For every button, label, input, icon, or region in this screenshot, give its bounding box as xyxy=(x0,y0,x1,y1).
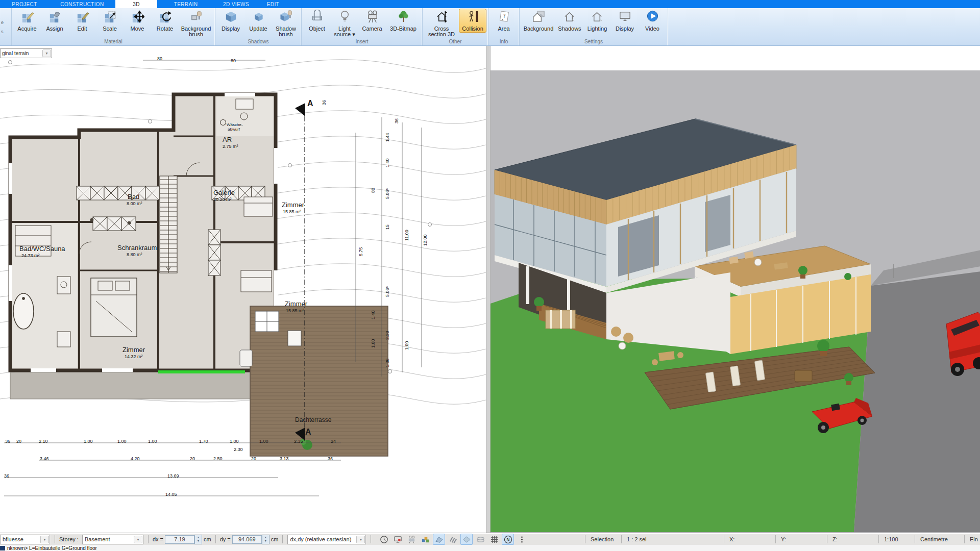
monitor-star-tool-button[interactable] xyxy=(391,534,404,545)
hatch-tool-button[interactable] xyxy=(447,534,459,545)
lighting-button[interactable]: Lighting xyxy=(583,9,611,33)
assign-button[interactable]: Assign xyxy=(41,9,68,33)
shadow-brush-button[interactable]: Shadow brush xyxy=(272,9,300,38)
shadows-button[interactable]: Shadows xyxy=(556,9,583,33)
cube-icon xyxy=(224,10,238,26)
diamond-tool-button[interactable] xyxy=(460,534,473,545)
tab-construction[interactable]: CONSTRUCTION xyxy=(49,0,115,8)
ribbon-group-info: ?AreaInfo xyxy=(488,8,520,45)
dimension-label: 4.20 xyxy=(131,456,140,461)
grid-tool-button[interactable] xyxy=(488,534,500,545)
dimension-label: 1.00 xyxy=(117,439,127,444)
status-right-cells: Selection1 : 2 selX:Y:Z:1:100CentimetreE… xyxy=(585,533,980,545)
display-button[interactable]: Display xyxy=(611,9,639,33)
pane-splitter[interactable] xyxy=(486,46,491,533)
road xyxy=(854,271,980,532)
edit-button[interactable]: Edit xyxy=(68,9,96,33)
area-icon: ? xyxy=(497,10,511,26)
tab-project[interactable]: PROJECT xyxy=(0,0,49,8)
dx-label: dx = xyxy=(153,536,163,542)
chevron-down-icon[interactable]: ▾ xyxy=(42,49,51,57)
background-button[interactable]: Background xyxy=(521,9,556,33)
room-label: 15.85 m² xyxy=(283,209,301,214)
sheets-tool-button[interactable] xyxy=(474,534,486,545)
status-cell-ein: Ein xyxy=(964,535,980,543)
main-canvas: ginal terrain ▾ xyxy=(0,46,980,533)
chevron-down-icon[interactable]: ▾ xyxy=(134,536,142,543)
chevron-down-icon[interactable]: ▾ xyxy=(40,536,49,543)
camera-small-tool-button[interactable] xyxy=(405,534,418,545)
storey-label: Storey : xyxy=(59,536,79,542)
video-button[interactable]: Video xyxy=(639,9,666,33)
room-label: 24.73 m² xyxy=(21,253,40,258)
ribbon-button-label: Camera xyxy=(362,26,382,32)
light-source-button[interactable]: Light source ▾ xyxy=(331,9,358,38)
more-tool-button[interactable] xyxy=(516,534,528,545)
dimension-label: 14.05 xyxy=(165,492,177,497)
room-label: A xyxy=(307,99,313,108)
tab-edit[interactable]: EDIT xyxy=(258,0,288,8)
chevron-down-icon[interactable]: ▾ xyxy=(356,536,365,543)
collision-button[interactable]: Collision xyxy=(459,9,486,33)
ribbon-button-label: Rotate xyxy=(157,26,173,32)
tab-terrain[interactable]: TERRAIN xyxy=(157,0,214,8)
scale-button[interactable]: Scale xyxy=(96,9,124,33)
dimension-label: 15 xyxy=(385,224,390,230)
display-button[interactable]: Display xyxy=(217,9,244,33)
roof-tool-button[interactable] xyxy=(433,534,445,545)
layer-select[interactable]: bfluesse ▾ xyxy=(0,535,50,544)
bulb-icon xyxy=(338,10,352,26)
storey-select[interactable]: Basement ▾ xyxy=(82,535,143,544)
room-label: Dachterrasse xyxy=(295,416,331,423)
ribbon-button-label: Scale xyxy=(103,26,117,32)
room-label: A xyxy=(305,428,311,437)
object-button[interactable]: Object xyxy=(303,9,331,33)
monitor-star-icon xyxy=(394,535,402,544)
room-label: Galerie xyxy=(213,189,235,196)
clock-tool-button[interactable] xyxy=(378,534,390,545)
dimension-label: 3.13 xyxy=(280,456,289,461)
dimension-label: 11.00 xyxy=(404,230,409,241)
room-label: 20.20 m² xyxy=(213,197,232,202)
status-cell-y: Y: xyxy=(775,535,827,543)
grid-rotate-icon xyxy=(158,10,172,26)
north-icon: N xyxy=(504,535,512,544)
ribbon: e s AcquireAssignEditScaleMoveRotateBack… xyxy=(0,8,980,46)
status-line-text: nknown> L=Einbauteile G=Ground floor xyxy=(7,545,97,551)
room-label: Zimmer xyxy=(282,201,304,209)
ribbon-button-label: Shadow brush xyxy=(276,26,296,37)
grid-pen-icon xyxy=(76,10,89,26)
ribbon-overflow-strip: e s xyxy=(0,8,12,45)
coord-mode-select[interactable]: dx,dy (relative cartesian) ▾ xyxy=(287,535,366,544)
dy-spinner[interactable]: ▴▾ xyxy=(262,535,270,544)
status-cell-centimetre: Centimetre xyxy=(915,535,964,543)
grid-bucket-icon xyxy=(48,10,62,26)
tab-3d[interactable]: 3D xyxy=(115,0,157,8)
ribbon-group-shadows: DisplayUpdateShadow brushShadows xyxy=(215,8,302,45)
dx-spinner[interactable]: ▴▾ xyxy=(194,535,202,544)
camera-icon xyxy=(365,10,379,26)
diamond-icon xyxy=(462,535,471,544)
camera-button[interactable]: Camera xyxy=(358,9,386,33)
dy-input[interactable]: 94.069 xyxy=(232,535,262,544)
cross-section-3d-button[interactable]: Cross section 3D xyxy=(424,9,459,38)
viewport-3d-pane[interactable] xyxy=(491,46,980,533)
acquire-button[interactable]: Acquire xyxy=(13,9,41,33)
3d-bitmap-button[interactable]: 3D-Bitmap xyxy=(386,9,421,33)
north-tool-button[interactable]: N xyxy=(502,534,514,545)
cubes-tool-button[interactable] xyxy=(419,534,431,545)
room-label: 8.00 m² xyxy=(127,201,142,206)
rotate-button[interactable]: Rotate xyxy=(151,9,179,33)
dimension-label: 1.36 xyxy=(385,358,390,367)
ribbon-button-label: Display xyxy=(222,26,240,32)
dy-label: dy = xyxy=(220,536,231,542)
dx-input[interactable]: 7.19 xyxy=(165,535,194,544)
tab-2d-views[interactable]: 2D VIEWS xyxy=(214,0,258,8)
background-brush-button[interactable]: Background brush xyxy=(179,9,213,38)
move-button[interactable]: Move xyxy=(124,9,151,33)
floor-plan-pane[interactable]: ginal terrain ▾ xyxy=(0,46,486,533)
update-button[interactable]: Update xyxy=(244,9,272,33)
terrain-select[interactable]: ginal terrain ▾ xyxy=(0,48,52,58)
area-button[interactable]: ?Area xyxy=(490,9,518,33)
dimension-label: 1.00 xyxy=(259,439,268,444)
